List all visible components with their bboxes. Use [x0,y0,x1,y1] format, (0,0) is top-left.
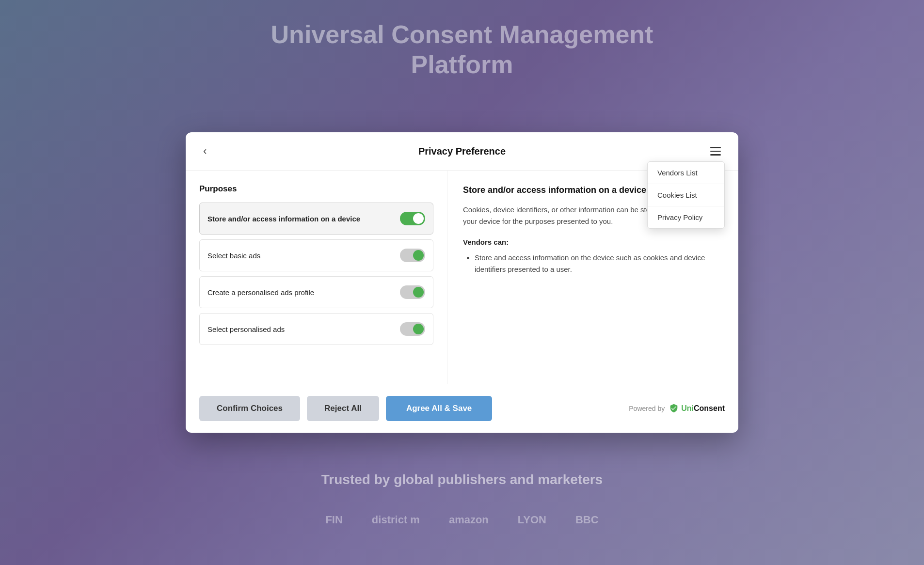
menu-line-3 [710,154,721,156]
menu-line-1 [710,147,721,148]
uniconsent-text: UniConsent [681,404,725,413]
uni-prefix: Uni [681,404,694,412]
toggle-store[interactable] [400,212,425,225]
reject-all-button[interactable]: Reject All [307,396,379,421]
bullet-item-1: Store and access information on the devi… [475,252,723,275]
dropdown-vendors-list[interactable]: Vendors List [648,162,724,184]
purpose-label-personalised-profile: Create a personalised ads profile [207,288,314,297]
modal-title: Privacy Preference [418,146,506,157]
footer-buttons: Confirm Choices Reject All Agree All & S… [199,396,492,421]
modal-header: ‹ Privacy Preference Vendors List Cookie… [186,132,738,171]
vendors-can-label: Vendors can: [463,238,723,246]
toggle-thumb-personalised-profile [413,287,424,298]
toggle-basic-ads[interactable] [400,249,425,262]
toggle-thumb-store [413,213,424,224]
menu-button[interactable] [706,145,725,157]
powered-by: Powered by UniConsent [629,403,725,414]
uniconsent-logo: UniConsent [669,403,725,414]
shield-icon [669,403,679,414]
back-button[interactable]: ‹ [199,143,210,159]
confirm-choices-button[interactable]: Confirm Choices [199,396,300,421]
purpose-item-store[interactable]: Store and/or access information on a dev… [199,203,433,235]
toggle-thumb-basic-ads [413,250,424,261]
dropdown-cookies-list[interactable]: Cookies List [648,184,724,206]
modal-footer: Confirm Choices Reject All Agree All & S… [186,384,738,433]
purpose-label-personalised-ads: Select personalised ads [207,325,285,333]
powered-by-text: Powered by [629,405,665,412]
dropdown-menu: Vendors List Cookies List Privacy Policy [647,161,725,229]
agree-all-save-button[interactable]: Agree All & Save [386,396,492,421]
purpose-label-store: Store and/or access information on a dev… [207,215,360,223]
purpose-item-basic-ads[interactable]: Select basic ads [199,239,433,271]
purpose-item-personalised-ads[interactable]: Select personalised ads [199,313,433,345]
modal-overlay: ‹ Privacy Preference Vendors List Cookie… [0,0,924,565]
toggle-personalised-profile[interactable] [400,285,425,299]
menu-line-2 [710,151,721,152]
toggle-personalised-ads[interactable] [400,322,425,336]
toggle-thumb-personalised-ads [413,324,424,334]
bullet-list: Store and access information on the devi… [463,252,723,275]
purpose-label-basic-ads: Select basic ads [207,251,260,260]
purpose-item-personalised-profile[interactable]: Create a personalised ads profile [199,276,433,308]
privacy-modal: ‹ Privacy Preference Vendors List Cookie… [186,132,738,433]
left-panel: Purposes Store and/or access information… [186,171,447,384]
purposes-heading: Purposes [199,184,433,194]
consent-suffix: Consent [694,404,725,412]
dropdown-privacy-policy[interactable]: Privacy Policy [648,206,724,228]
